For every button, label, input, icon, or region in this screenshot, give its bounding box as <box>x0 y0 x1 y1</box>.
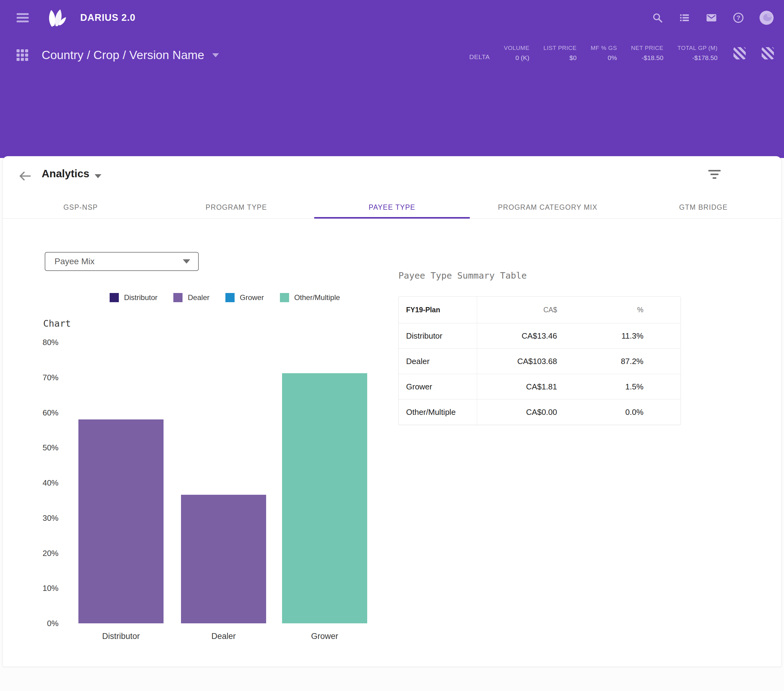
row-label: Distributor <box>406 331 442 341</box>
tab-program-type[interactable]: PROGRAM TYPE <box>158 196 314 218</box>
apps-grid-icon[interactable] <box>16 49 28 61</box>
table-row: Grower CA$1.81 1.5% <box>399 374 680 399</box>
legend-swatch-grower <box>226 293 235 302</box>
col-header-cad: CA$ <box>477 297 557 323</box>
chart-title: Chart <box>43 318 71 329</box>
legend-swatch-dealer <box>173 293 183 302</box>
context-bar: Country / Crop / Version Name <box>0 42 219 68</box>
mail-icon[interactable] <box>706 12 717 23</box>
topbar: DARIUS 2.0 ? <box>0 0 784 35</box>
row-label: Dealer <box>406 357 430 366</box>
bar-grower[interactable] <box>282 373 367 624</box>
page-title-caret-icon[interactable] <box>95 174 101 178</box>
select-caret-icon <box>183 259 190 263</box>
metrics-row-label: DELTA <box>469 53 490 61</box>
table-row: Distributor CA$13.46 11.3% <box>399 323 680 349</box>
table-row: Dealer CA$103.68 87.2% <box>399 349 680 374</box>
metric-net-price: NET PRICE -$18.50 <box>631 45 664 61</box>
row-label: Grower <box>406 382 432 392</box>
payee-mix-select[interactable]: Payee Mix <box>45 252 199 271</box>
y-tick: 60% <box>15 408 59 417</box>
metric-volume: VOLUME 0 (K) <box>504 45 529 61</box>
search-icon[interactable] <box>652 12 663 23</box>
y-tick: 70% <box>15 373 59 382</box>
menu-icon[interactable] <box>16 13 29 22</box>
x-label-grower: Grower <box>282 632 367 641</box>
filter-icon[interactable] <box>708 170 721 181</box>
legend-item-dealer: Dealer <box>173 293 209 302</box>
summary-table-title: Payee Type Summary Table <box>399 270 527 281</box>
y-tick: 30% <box>15 513 59 523</box>
tab-program-category-mix[interactable]: PROGRAM CATEGORY MIX <box>470 196 625 218</box>
metric-total-gp: TOTAL GP (M) -$178.50 <box>677 45 718 61</box>
table-row: Other/Multiple CA$0.00 0.0% <box>399 399 680 424</box>
col-header-fy19-plan: FY19-Plan <box>399 297 477 323</box>
help-icon[interactable]: ? <box>733 12 744 23</box>
hatch-toggle-icon-2[interactable] <box>762 47 774 59</box>
y-tick: 20% <box>15 548 59 558</box>
row-pct-value: 11.3% <box>621 331 644 341</box>
app-header: DARIUS 2.0 ? Country / Crop / Version Na… <box>0 0 784 158</box>
bar-distributor[interactable] <box>78 420 163 624</box>
list-icon[interactable] <box>679 12 690 23</box>
y-tick: 0% <box>15 619 59 628</box>
legend-item-grower: Grower <box>226 293 264 302</box>
row-cad-value: CA$1.81 <box>526 382 557 392</box>
row-cad-value: CA$0.00 <box>526 408 557 417</box>
back-arrow-icon[interactable] <box>18 169 32 183</box>
tab-bar: GSP-NSP PROGRAM TYPE PAYEE TYPE PROGRAM … <box>3 196 781 219</box>
hatch-toggle-icon-1[interactable] <box>733 47 746 59</box>
app-title: DARIUS 2.0 <box>80 12 136 23</box>
y-tick: 10% <box>15 584 59 593</box>
y-tick: 50% <box>15 443 59 452</box>
breadcrumb-caret-icon[interactable] <box>212 53 219 57</box>
analytics-card: Analytics GSP-NSP PROGRAM TYPE PAYEE TYP… <box>2 156 782 667</box>
topbar-actions: ? <box>652 11 774 25</box>
tab-gsp-nsp[interactable]: GSP-NSP <box>3 196 158 218</box>
legend-swatch-other-multiple <box>280 293 289 302</box>
row-pct-value: 0.0% <box>625 408 644 417</box>
table-header-row: FY19-Plan CA$ % <box>399 297 680 323</box>
metric-mf-gs: MF % GS 0% <box>591 45 617 61</box>
legend-item-other-multiple: Other/Multiple <box>280 293 340 302</box>
payee-mix-select-value: Payee Mix <box>54 257 183 267</box>
svg-text:?: ? <box>736 14 741 21</box>
row-label: Other/Multiple <box>406 408 456 417</box>
y-tick: 40% <box>15 478 59 488</box>
chart-legend: Distributor Dealer Grower Other/Multiple <box>3 293 447 302</box>
legend-item-distributor: Distributor <box>110 293 157 302</box>
page-title[interactable]: Analytics <box>42 168 89 180</box>
breadcrumb[interactable]: Country / Crop / Version Name <box>42 48 204 62</box>
metrics-bar: DELTA VOLUME 0 (K) LIST PRICE $0 MF % GS… <box>469 45 774 61</box>
x-label-distributor: Distributor <box>78 632 163 641</box>
row-pct-value: 1.5% <box>625 382 644 392</box>
metric-list-price: LIST PRICE $0 <box>544 45 576 61</box>
col-header-pct: % <box>557 297 680 323</box>
y-tick: 80% <box>15 338 59 347</box>
card-header: Analytics <box>3 156 781 196</box>
row-pct-value: 87.2% <box>621 357 644 366</box>
user-avatar[interactable] <box>759 11 774 25</box>
app-logo-leaves-icon <box>45 6 68 30</box>
row-cad-value: CA$103.68 <box>517 357 557 366</box>
row-cad-value: CA$13.46 <box>522 331 557 341</box>
bar-chart: 80% 70% 60% 50% 40% 30% 20% 10% 0% Distr… <box>3 342 389 624</box>
bar-dealer[interactable] <box>181 495 266 624</box>
legend-swatch-distributor <box>110 293 119 302</box>
tab-payee-type[interactable]: PAYEE TYPE <box>314 196 470 218</box>
tab-gtm-bridge[interactable]: GTM BRIDGE <box>626 196 781 218</box>
summary-table: FY19-Plan CA$ % Distributor CA$13.46 11.… <box>399 296 681 425</box>
x-label-dealer: Dealer <box>181 632 266 641</box>
